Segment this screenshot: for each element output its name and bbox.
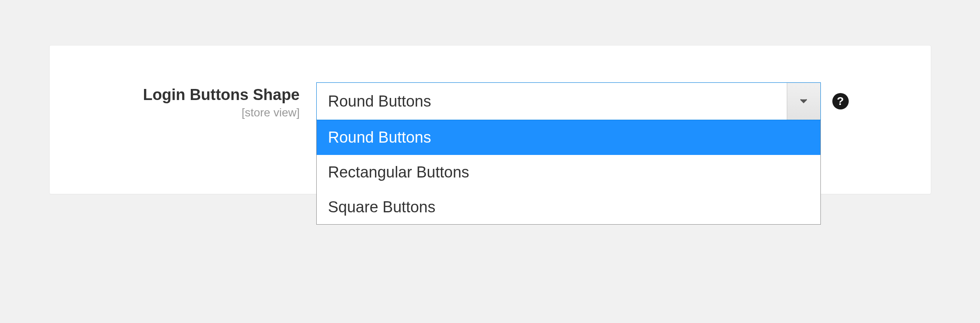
help-symbol: ?: [837, 95, 844, 108]
config-card: Login Buttons Shape [store view] Round B…: [49, 45, 931, 194]
login-buttons-shape-select[interactable]: Round Buttons: [316, 82, 821, 120]
input-column: Round Buttons Round ButtonsRectangular B…: [316, 82, 821, 120]
select-value: Round Buttons: [317, 93, 787, 110]
dropdown-option[interactable]: Rectangular Buttons: [317, 155, 820, 190]
field-label: Login Buttons Shape: [87, 86, 300, 105]
label-column: Login Buttons Shape [store view]: [87, 82, 316, 119]
dropdown-option[interactable]: Round Buttons: [317, 120, 820, 155]
help-icon[interactable]: ?: [832, 93, 849, 109]
chevron-down-icon: [800, 99, 807, 104]
scope-label: [store view]: [87, 106, 300, 119]
dropdown-list: Round ButtonsRectangular ButtonsSquare B…: [316, 120, 821, 225]
dropdown-arrow: [787, 83, 820, 120]
field-row: Login Buttons Shape [store view] Round B…: [87, 82, 894, 120]
help-column: ?: [821, 82, 849, 109]
dropdown-option[interactable]: Square Buttons: [317, 190, 820, 225]
